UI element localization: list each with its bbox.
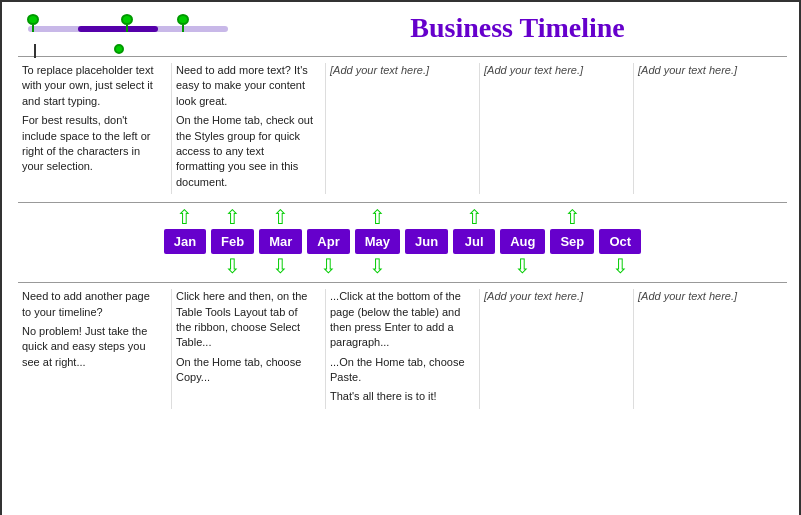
page: Business Timeline To replace placeholder… [2, 2, 801, 515]
month-unit-sep: ⇧ Sep ⇩ [549, 207, 595, 276]
arrow-up-jul: ⇧ [466, 207, 483, 227]
month-unit-oct: ⇧ Oct ⇩ [598, 207, 642, 276]
pin-2 [118, 14, 136, 32]
pin-line-2 [126, 25, 128, 32]
months-row: ⇧ Jan ⇩ ⇧ Feb ⇩ ⇧ Mar ⇩ ⇧ Apr ⇩ [18, 202, 787, 276]
bottom-col-1-text1: Need to add another page to your timelin… [22, 289, 161, 320]
month-unit-may: ⇧ May ⇩ [354, 207, 401, 276]
arrow-up-jan: ⇧ [176, 207, 193, 227]
top-col-2: Need to add more text? It's easy to make… [172, 63, 326, 194]
month-unit-jan: ⇧ Jan ⇩ [163, 207, 207, 276]
month-unit-aug: ⇧ Aug ⇩ [499, 207, 546, 276]
pin-circle-2 [121, 14, 133, 25]
top-col-4: [Add your text here.] [480, 63, 634, 194]
pin-1 [24, 14, 42, 32]
timeline-bar-area [18, 16, 238, 52]
month-unit-jun: ⇧ Jun ⇩ [404, 207, 449, 276]
top-col-5: [Add your text here.] [634, 63, 787, 194]
bottom-col-3: ...Click at the bottom of the page (belo… [326, 289, 480, 409]
month-unit-apr: ⇧ Apr ⇩ [306, 207, 350, 276]
bottom-col-2-text1: Click here and then, on the Table Tools … [176, 289, 315, 351]
month-unit-jul: ⇧ Jul ⇩ [452, 207, 496, 276]
top-col-2-text1: Need to add more text? It's easy to make… [176, 63, 315, 109]
top-col-1-text2: For best results, don't include space to… [22, 113, 161, 175]
pin-3 [174, 14, 192, 32]
arrow-down-mar: ⇩ [272, 256, 289, 276]
pin-line-1 [32, 25, 34, 32]
arrow-down-feb: ⇩ [224, 256, 241, 276]
bottom-col-3-text1: ...Click at the bottom of the page (belo… [330, 289, 469, 351]
month-btn-mar[interactable]: Mar [259, 229, 302, 254]
bottom-col-4: [Add your text here.] [480, 289, 634, 409]
month-btn-jan[interactable]: Jan [164, 229, 206, 254]
top-col-1-text1: To replace placeholder text with your ow… [22, 63, 161, 109]
small-pin-circle [114, 44, 124, 54]
bottom-col-1-text2: No problem! Just take the quick and easy… [22, 324, 161, 370]
bottom-col-2-text2: On the Home tab, choose Copy... [176, 355, 315, 386]
cursor-line [34, 44, 36, 58]
month-btn-oct[interactable]: Oct [599, 229, 641, 254]
month-btn-aug[interactable]: Aug [500, 229, 545, 254]
bottom-col-4-text1: [Add your text here.] [484, 289, 623, 304]
top-col-5-text1: [Add your text here.] [638, 63, 777, 78]
top-col-3: [Add your text here.] [326, 63, 480, 194]
month-btn-jun[interactable]: Jun [405, 229, 448, 254]
bottom-col-3-text3: That's all there is to it! [330, 389, 469, 404]
pin-circle-3 [177, 14, 189, 25]
page-title: Business Timeline [248, 12, 787, 44]
top-content-row: To replace placeholder text with your ow… [18, 56, 787, 194]
months-wrapper: ⇧ Jan ⇩ ⇧ Feb ⇩ ⇧ Mar ⇩ ⇧ Apr ⇩ [18, 207, 787, 276]
month-unit-mar: ⇧ Mar ⇩ [258, 207, 303, 276]
arrow-down-oct: ⇩ [612, 256, 629, 276]
pin-circle-1 [27, 14, 39, 25]
arrow-down-aug: ⇩ [514, 256, 531, 276]
header-row: Business Timeline [18, 12, 787, 52]
month-btn-may[interactable]: May [355, 229, 400, 254]
month-btn-jul[interactable]: Jul [453, 229, 495, 254]
arrow-down-may: ⇩ [369, 256, 386, 276]
month-btn-apr[interactable]: Apr [307, 229, 349, 254]
month-unit-feb: ⇧ Feb ⇩ [210, 207, 255, 276]
top-col-3-text1: [Add your text here.] [330, 63, 469, 78]
month-btn-sep[interactable]: Sep [550, 229, 594, 254]
top-col-1: To replace placeholder text with your ow… [18, 63, 172, 194]
bottom-col-5: [Add your text here.] [634, 289, 787, 409]
arrow-up-mar: ⇧ [272, 207, 289, 227]
pin-line-3 [182, 25, 184, 32]
bottom-col-2: Click here and then, on the Table Tools … [172, 289, 326, 409]
arrow-up-sep: ⇧ [564, 207, 581, 227]
arrow-up-feb: ⇧ [224, 207, 241, 227]
bottom-col-5-text1: [Add your text here.] [638, 289, 777, 304]
bottom-col-1: Need to add another page to your timelin… [18, 289, 172, 409]
top-col-2-text2: On the Home tab, check out the Styles gr… [176, 113, 315, 190]
month-btn-feb[interactable]: Feb [211, 229, 254, 254]
bottom-content-row: Need to add another page to your timelin… [18, 282, 787, 409]
small-pin [114, 44, 124, 54]
arrow-up-may: ⇧ [369, 207, 386, 227]
arrow-down-apr: ⇩ [320, 256, 337, 276]
timeline-bar [18, 16, 238, 52]
bottom-col-3-text2: ...On the Home tab, choose Paste. [330, 355, 469, 386]
top-col-4-text1: [Add your text here.] [484, 63, 623, 78]
